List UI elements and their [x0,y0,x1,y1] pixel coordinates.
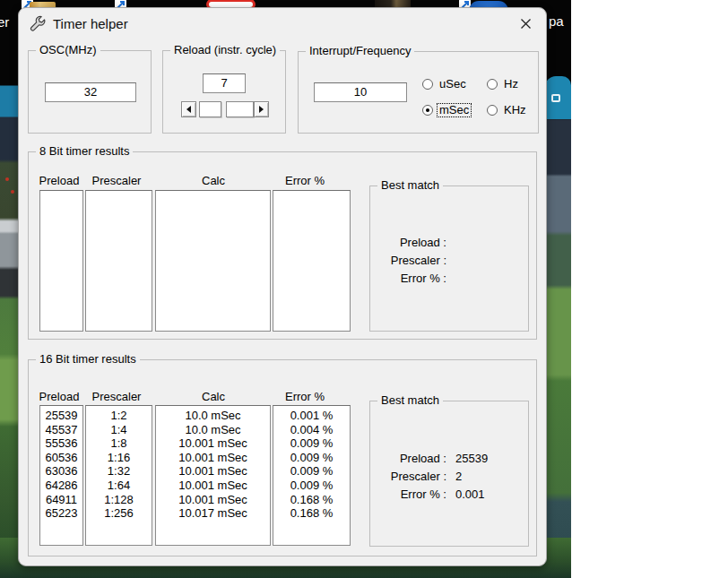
bm16-preload-value: 25539 [455,452,488,466]
radio-msec-label: mSec [438,104,471,116]
radio-hz[interactable]: Hz [487,78,520,91]
list-item: 1:4 [86,423,152,437]
results-8bit-label: 8 Bit timer results [36,145,133,158]
teal-app-desktop-icon[interactable] [545,76,571,119]
clipped-desktop-label-left: er [0,14,9,30]
col-header-calc: Calc [202,390,225,403]
list-item: 10.017 mSec [156,506,270,521]
radio-circle-icon[interactable] [422,79,433,90]
best-match-8bit-groupbox: Best match Preload : Prescaler : Error %… [369,185,529,332]
bm16-prescaler-value: 2 [455,470,462,484]
results-8bit-groupbox: 8 Bit timer results Preload Prescaler Ca… [28,151,537,340]
list-item: 0.004 % [273,423,350,437]
bm16-error-label: Error % : [370,487,446,502]
radio-circle-icon[interactable] [487,79,498,90]
interrupt-value-input[interactable]: 10 [314,82,407,102]
list-item: 10.0 mSec [156,423,270,437]
title-bar[interactable]: Timer helper [19,8,546,39]
timer-helper-window: Timer helper OSC(MHz) 32 Reload (instr. … [18,7,547,566]
list-item: 0.009 % [273,451,350,465]
teal-app-glyph-icon [551,94,560,102]
col-header-calc: Calc [202,174,225,187]
prescaler-listbox-8bit[interactable] [85,190,152,332]
bm8-prescaler-label: Prescaler : [370,254,446,268]
reload-scrollbar[interactable] [181,101,269,117]
scrollbar-track-segment[interactable] [226,101,254,117]
clipped-desktop-label-right: pa [549,13,564,29]
interrupt-frequency-groupbox: Interrupt/Frequency 10 uSec Hz mSec KHz [298,51,539,134]
osc-group-label: OSC(MHz) [36,44,100,56]
bm8-preload-label: Preload : [370,236,446,250]
list-item: 10.0 mSec [156,409,270,423]
results-16bit-label: 16 Bit timer results [36,353,140,366]
list-item: 1:16 [86,451,152,465]
empty-white-region [571,0,728,578]
list-item: 25539 [40,409,82,423]
interrupt-group-label: Interrupt/Frequency [306,45,414,57]
osc-groupbox: OSC(MHz) 32 [28,50,152,134]
col-header-preload: Preload [39,174,80,187]
list-item: 1:2 [86,409,152,423]
list-item: 10.001 mSec [156,451,270,465]
calc-listbox-8bit[interactable] [155,190,271,332]
radio-circle-icon[interactable] [422,105,433,116]
window-title: Timer helper [53,16,128,31]
scrollbar-left-arrow-icon[interactable] [181,101,196,117]
radio-circle-icon[interactable] [487,105,498,116]
desktop-wallpaper-left [0,0,20,578]
bm16-error-value: 0.001 [455,487,485,502]
list-item: 10.001 mSec [156,493,270,507]
list-item: 1:8 [86,436,152,451]
list-item: 1:256 [86,506,152,521]
list-item: 0.009 % [273,436,350,451]
list-item: 0.009 % [273,464,350,479]
radio-msec[interactable]: mSec [422,104,471,116]
list-item: 65223 [40,506,82,521]
list-item: 55536 [40,436,82,451]
best-match-16bit-label: Best match [377,394,443,407]
list-item: 10.001 mSec [156,464,270,479]
preload-listbox-16bit[interactable]: 2553945537555366053663036642866491165223 [39,405,83,546]
reload-groupbox: Reload (instr. cycle) 7 [162,50,286,134]
list-item: 10.001 mSec [156,436,270,451]
col-header-error: Error % [285,390,325,403]
list-item: 0.001 % [273,409,350,423]
preload-listbox-8bit[interactable] [39,190,83,332]
wallpaper-flower-dot [5,177,9,181]
radio-khz[interactable]: KHz [487,104,528,116]
error-listbox-16bit[interactable]: 0.001 %0.004 %0.009 %0.009 %0.009 %0.009… [273,405,351,546]
screenshot-stage: er pa Timer helper OSC(MHz) 32 Reload (i… [0,0,728,578]
bm16-preload-label: Preload : [370,452,446,466]
results-16bit-groupbox: 16 Bit timer results Preload Prescaler C… [28,359,537,556]
scrollbar-right-arrow-icon[interactable] [254,101,269,117]
reload-value-input[interactable]: 7 [203,73,246,93]
radio-khz-label: KHz [502,104,528,116]
wallpaper-flower-dot [11,190,14,194]
best-match-8bit-label: Best match [377,179,443,192]
col-header-error: Error % [285,174,325,187]
radio-usec[interactable]: uSec [422,78,468,91]
prescaler-listbox-16bit[interactable]: 1:21:41:81:161:321:641:1281:256 [85,405,152,546]
col-header-preload: Preload [39,390,80,403]
bm8-error-label: Error % : [370,272,446,286]
error-listbox-8bit[interactable] [273,190,351,332]
osc-mhz-input[interactable]: 32 [45,82,136,102]
col-header-prescaler: Prescaler [92,174,142,187]
radio-hz-label: Hz [502,78,520,91]
list-item: 45537 [40,423,82,437]
scrollbar-thumb[interactable] [199,101,221,117]
list-item: 10.001 mSec [156,479,270,493]
list-item: 64911 [40,493,82,507]
list-item: 0.168 % [273,493,350,507]
list-item: 0.009 % [273,479,350,493]
best-match-16bit-groupbox: Best match Preload : 25539 Prescaler : 2… [369,401,529,547]
calc-listbox-16bit[interactable]: 10.0 mSec10.0 mSec10.001 mSec10.001 mSec… [155,405,271,546]
close-icon[interactable] [517,16,533,31]
wrench-icon [30,15,47,32]
radio-usec-label: uSec [438,78,468,91]
col-header-prescaler: Prescaler [92,390,142,403]
reload-group-label: Reload (instr. cycle) [170,44,280,56]
bm16-prescaler-label: Prescaler : [370,470,446,484]
list-item: 63036 [40,464,82,479]
list-item: 1:128 [86,493,152,507]
